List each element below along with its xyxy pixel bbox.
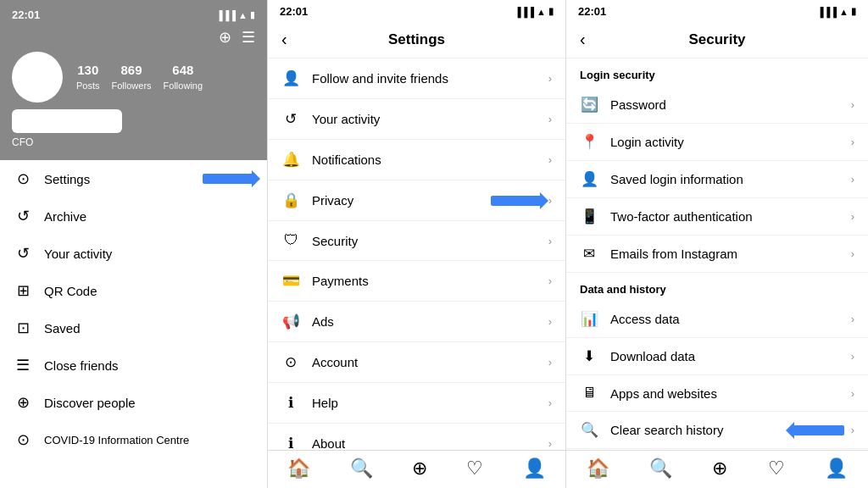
add-icon[interactable]: ⊕: [219, 28, 231, 47]
settings-item-security[interactable]: 🛡 Security ›: [268, 221, 565, 261]
profile-nav-icon-3[interactable]: 👤: [825, 458, 848, 480]
close-friends-icon: ☰: [14, 356, 32, 374]
menu-item-settings[interactable]: ⊙ Settings: [0, 160, 267, 197]
profile-section: 22:01 ▐▐▐ ▲ ▮ ⊕ ☰ 130 Posts 869 Follower…: [0, 0, 267, 160]
followers-stat: 869 Followers: [112, 63, 152, 92]
menu-item-qr-code[interactable]: ⊞ QR Code: [0, 272, 267, 309]
two-factor-icon: 📱: [580, 208, 598, 225]
your-activity-icon: ↺: [14, 244, 32, 263]
clear-search-right: ›: [793, 424, 854, 436]
archive-label: Archive: [44, 209, 86, 224]
security-nav-header: ‹ Security: [566, 21, 868, 58]
menu-item-saved[interactable]: ⊡ Saved: [0, 309, 267, 347]
apps-websites-label: Apps and websites: [610, 386, 717, 401]
add-nav-icon-3[interactable]: ⊕: [712, 458, 727, 480]
security-item-login-activity[interactable]: 📍 Login activity ›: [566, 124, 868, 161]
notifications-icon: 🔔: [281, 151, 300, 169]
settings-item-follow-invite[interactable]: 👤 Follow and invite friends ›: [268, 58, 565, 99]
security-item-emails[interactable]: ✉ Emails from Instagram ›: [566, 236, 868, 273]
settings-item-account[interactable]: ⊙ Account ›: [268, 342, 565, 383]
settings-item-follow-invite-left: 👤 Follow and invite friends: [281, 69, 448, 87]
following-count: 648: [164, 63, 203, 77]
menu-item-archive[interactable]: ↺ Archive: [0, 197, 267, 235]
time-panel1: 22:01: [12, 8, 40, 21]
followers-label: Followers: [112, 80, 152, 91]
data-history-header: Data and history: [566, 273, 868, 301]
security-item-password[interactable]: 🔄 Password ›: [566, 86, 868, 124]
account-label: Account: [312, 355, 358, 369]
security-list: Login security 🔄 Password › 📍 Login acti…: [566, 58, 868, 450]
add-nav-icon[interactable]: ⊕: [412, 458, 427, 480]
security-item-download-data[interactable]: ⬇ Download data ›: [566, 338, 868, 375]
settings-item-account-left: ⊙ Account: [281, 353, 358, 371]
battery-icon-3: ▮: [851, 6, 856, 17]
payments-label: Payments: [312, 274, 369, 288]
security-item-access-data[interactable]: 📊 Access data ›: [566, 301, 868, 338]
time-panel2: 22:01: [280, 5, 308, 18]
your-activity-settings-label: Your activity: [312, 112, 380, 126]
ads-label: Ads: [312, 314, 334, 329]
menu-item-close-friends[interactable]: ☰ Close friends: [0, 347, 267, 384]
menu-list: ⊙ Settings ↺ Archive ↺ Your activity ⊞ Q…: [0, 160, 267, 488]
menu-item-your-activity[interactable]: ↺ Your activity: [0, 235, 267, 272]
settings-title: Settings: [388, 31, 445, 48]
security-item-two-factor-left: 📱 Two-factor authentication: [580, 208, 753, 225]
heart-nav-icon-3[interactable]: ♡: [768, 458, 785, 480]
battery-icon: ▮: [250, 9, 255, 20]
settings-icon: ⊙: [14, 169, 32, 188]
settings-item-help[interactable]: ℹ Help ›: [268, 383, 565, 424]
qr-code-icon: ⊞: [14, 281, 32, 300]
download-data-label: Download data: [610, 349, 695, 363]
saved-icon: ⊡: [14, 319, 32, 337]
chevron-emails: ›: [851, 247, 854, 260]
about-label: About: [312, 436, 345, 450]
chevron-icon-help: ›: [548, 396, 552, 409]
menu-item-discover-people[interactable]: ⊕ Discover people: [0, 384, 267, 421]
settings-item-payments[interactable]: 💳 Payments ›: [268, 261, 565, 302]
back-button-security[interactable]: ‹: [580, 30, 586, 49]
security-item-clear-search[interactable]: 🔍 Clear search history ›: [566, 412, 868, 449]
chevron-clear-search: ›: [851, 424, 854, 436]
settings-item-about[interactable]: ℹ About ›: [268, 424, 565, 450]
chevron-icon-payments: ›: [548, 274, 552, 287]
chevron-download-data: ›: [851, 350, 854, 363]
home-nav-icon[interactable]: 🏠: [287, 458, 310, 480]
follow-invite-label: Follow and invite friends: [312, 71, 448, 86]
security-item-two-factor[interactable]: 📱 Two-factor authentication ›: [566, 198, 868, 236]
menu-item-covid[interactable]: ⊙ COVID-19 Information Centre: [0, 421, 267, 458]
security-item-login-activity-left: 📍 Login activity: [580, 133, 684, 151]
chevron-icon-activity: ›: [548, 113, 552, 125]
login-security-header: Login security: [566, 58, 868, 86]
security-item-saved-login-left: 👤 Saved login information: [580, 170, 743, 188]
profile-nav-icon[interactable]: 👤: [523, 458, 546, 480]
battery-icon-2: ▮: [548, 6, 554, 17]
your-activity-settings-icon: ↺: [281, 110, 300, 128]
settings-item-notifications[interactable]: 🔔 Notifications ›: [268, 140, 565, 180]
home-nav-icon-3[interactable]: 🏠: [587, 458, 609, 480]
security-title: Security: [688, 31, 745, 48]
settings-item-privacy[interactable]: 🔒 Privacy ›: [268, 180, 565, 221]
bottom-nav-settings: 🏠 🔍 ⊕ ♡ 👤: [268, 450, 565, 488]
menu-icon[interactable]: ☰: [242, 28, 255, 47]
search-nav-icon[interactable]: 🔍: [350, 458, 373, 480]
follow-invite-icon: 👤: [281, 69, 300, 87]
security-item-clear-search-left: 🔍 Clear search history: [580, 421, 723, 439]
signal-icon: ▐▐▐: [216, 10, 236, 20]
heart-nav-icon[interactable]: ♡: [466, 458, 483, 480]
help-label: Help: [312, 396, 338, 410]
status-bar-panel2: 22:01 ▐▐▐ ▲ ▮: [268, 0, 565, 21]
settings-item-your-activity[interactable]: ↺ Your activity ›: [268, 99, 565, 140]
account-icon: ⊙: [281, 353, 300, 371]
settings-item-ads[interactable]: 📢 Ads ›: [268, 302, 565, 342]
search-nav-icon-3[interactable]: 🔍: [649, 458, 672, 480]
profile-top-icons: ⊕ ☰: [12, 28, 255, 47]
security-item-saved-login[interactable]: 👤 Saved login information ›: [566, 161, 868, 198]
discover-people-icon: ⊕: [14, 393, 32, 412]
security-item-apps-websites[interactable]: 🖥 Apps and websites ›: [566, 375, 868, 412]
time-panel3: 22:01: [578, 5, 606, 18]
signal-icon-3: ▐▐▐: [817, 7, 837, 17]
chevron-icon-notif: ›: [548, 153, 552, 166]
back-button-settings[interactable]: ‹: [281, 30, 287, 49]
signal-icon-2: ▐▐▐: [515, 7, 534, 17]
profile-stats: 130 Posts 869 Followers 648 Following: [76, 63, 203, 92]
